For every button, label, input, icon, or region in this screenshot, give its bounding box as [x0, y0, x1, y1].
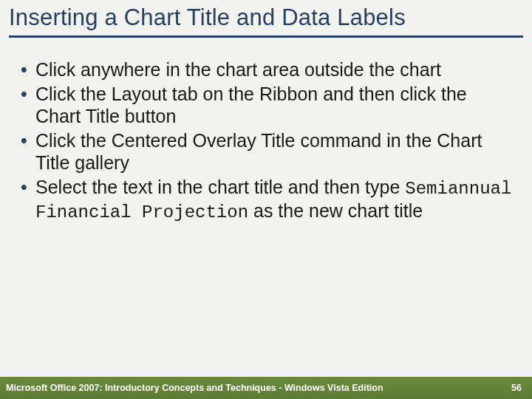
bullet-text-prefix: Select the text in the chart title and t… — [35, 177, 405, 197]
bullet-text-suffix: as the new chart title — [248, 200, 423, 221]
slide: Inserting a Chart Title and Data Labels … — [0, 0, 532, 399]
bullet-text: Click the Centered Overlay Title command… — [35, 130, 482, 174]
footer-text: Microsoft Office 2007: Introductory Conc… — [6, 383, 383, 393]
footer-bar: Microsoft Office 2007: Introductory Conc… — [0, 377, 532, 399]
slide-title: Inserting a Chart Title and Data Labels — [9, 4, 523, 31]
page-number: 56 — [511, 383, 522, 393]
list-item: Select the text in the chart title and t… — [18, 176, 514, 224]
content-area: Click anywhere in the chart area outside… — [0, 45, 532, 223]
title-block: Inserting a Chart Title and Data Labels — [0, 0, 532, 45]
list-item: Click anywhere in the chart area outside… — [18, 58, 514, 81]
title-underline — [9, 35, 523, 38]
bullet-text: Click the Layout tab on the Ribbon and t… — [35, 83, 467, 127]
list-item: Click the Layout tab on the Ribbon and t… — [18, 83, 514, 128]
list-item: Click the Centered Overlay Title command… — [18, 129, 514, 174]
bullet-text: Click anywhere in the chart area outside… — [35, 59, 441, 80]
bullet-list: Click anywhere in the chart area outside… — [18, 58, 514, 223]
